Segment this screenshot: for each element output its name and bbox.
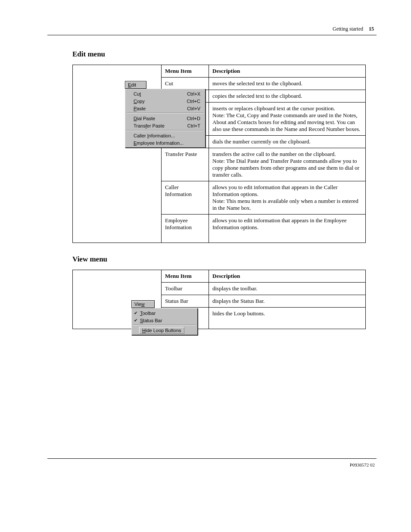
edit-dropdown-menu: Edit CutCtrl+X CopyCtrl+C PasteCtrl+V Di… <box>125 81 205 148</box>
cell-item: Caller Information <box>162 181 209 215</box>
menu-item-status-bar[interactable]: ✔Status Bar <box>132 317 197 324</box>
col-desc: Description <box>209 65 366 78</box>
check-icon: ✔ <box>134 318 137 323</box>
table-header-row: Menu Item Description <box>73 270 366 283</box>
view-menubar-item[interactable]: View <box>131 300 155 308</box>
cell-desc: transfers the active call to the number … <box>209 148 366 181</box>
cell-desc: dials the number currently on the clipbo… <box>209 136 366 148</box>
view-menu-table: Menu Item Description Toolbardisplays th… <box>72 270 366 329</box>
cell-desc: allows you to edit information that appe… <box>209 215 366 243</box>
menu-item-dial-paste[interactable]: Dial PasteCtrl+D <box>126 115 205 122</box>
section-name: Getting started <box>333 26 363 32</box>
col-desc: Description <box>209 270 366 283</box>
view-menu-heading: View menu <box>72 255 377 264</box>
check-icon: ✔ <box>134 311 137 315</box>
footer-code: P0936572 02 <box>47 462 377 467</box>
menu-item-copy[interactable]: CopyCtrl+C <box>126 97 205 105</box>
menu-item-toolbar[interactable]: ✔Toolbar <box>132 309 197 317</box>
cell-desc: hides the Loop buttons. <box>209 308 366 329</box>
cell-desc: moves the selected text to the clipboard… <box>209 78 366 90</box>
menu-item-hide-loop-buttons[interactable]: Hide Loop Buttons <box>132 327 197 334</box>
cell-desc: inserts or replaces clipboard text at th… <box>209 103 366 136</box>
menu-item-transfer-paste[interactable]: Transfer PasteCtrl+T <box>126 122 205 129</box>
header-rule <box>47 35 377 35</box>
view-popup: ✔Toolbar ✔Status Bar Hide Loop Buttons <box>131 308 198 335</box>
edit-menu-table: Menu Item Description Cutmoves the selec… <box>72 65 366 243</box>
menu-item-paste[interactable]: PasteCtrl+V <box>126 105 205 112</box>
cell-desc: copies the selected text to the clipboar… <box>209 90 366 103</box>
col-item: Menu Item <box>162 270 209 283</box>
menu-item-caller-info[interactable]: Caller Information... <box>126 132 205 139</box>
cell-item: Employee Information <box>162 215 209 243</box>
cell-item: Toolbar <box>162 283 209 295</box>
cell-desc: displays the Status Bar. <box>209 295 366 308</box>
menu-item-employee-info[interactable]: Employee Information... <box>126 139 205 146</box>
col-item: Menu Item <box>162 65 209 78</box>
table-header-row: Menu Item Description <box>73 65 366 78</box>
edit-menu-heading: Edit menu <box>72 50 377 59</box>
menu-separator <box>133 325 196 326</box>
menu-separator <box>127 113 204 114</box>
cell-item: Transfer Paste <box>162 148 209 181</box>
menu-item-cut[interactable]: CutCtrl+X <box>126 90 205 97</box>
cell-desc: displays the toolbar. <box>209 283 366 295</box>
edit-popup: CutCtrl+X CopyCtrl+C PasteCtrl+V Dial Pa… <box>125 89 206 148</box>
footer-rule <box>47 458 377 459</box>
edit-menubar-item[interactable]: Edit <box>125 81 146 89</box>
menu-separator <box>127 130 204 131</box>
view-dropdown-menu: View ✔Toolbar ✔Status Bar Hide Loop Butt… <box>131 300 200 335</box>
page-number: 15 <box>369 26 374 32</box>
cell-desc: allows you to edit information that appe… <box>209 181 366 215</box>
running-header: Getting started 15 <box>47 26 377 32</box>
